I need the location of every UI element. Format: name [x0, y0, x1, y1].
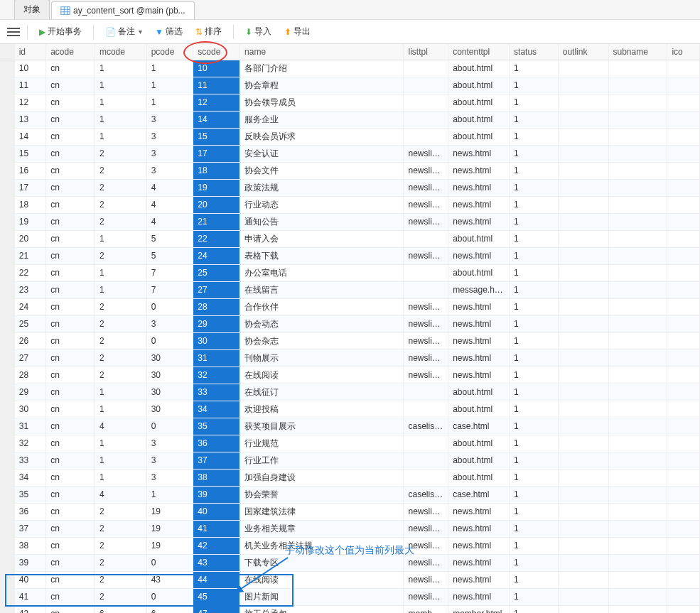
cell-mcode[interactable]: 2: [95, 247, 146, 264]
cell-outlink[interactable]: [558, 401, 608, 418]
cell-name[interactable]: 政策法规: [240, 179, 404, 196]
sort-button[interactable]: ⇅ 排序: [191, 23, 226, 40]
cell-mcode[interactable]: 1: [95, 111, 146, 128]
cell-outlink[interactable]: [558, 332, 608, 349]
table-row[interactable]: 33cn1337行业工作about.html1: [0, 452, 700, 469]
cell-scode[interactable]: 40: [193, 503, 240, 520]
cell-ico[interactable]: [667, 264, 700, 281]
cell-scode[interactable]: 38: [193, 469, 240, 486]
cell-name[interactable]: 加强自身建设: [240, 469, 404, 486]
cell-mcode[interactable]: 2: [95, 349, 146, 367]
cell-subname[interactable]: [608, 298, 667, 315]
cell-status[interactable]: 1: [510, 349, 559, 367]
cell-listtpl[interactable]: [404, 128, 448, 145]
col-header-id[interactable]: id: [14, 44, 45, 60]
cell-id[interactable]: 37: [14, 520, 45, 537]
cell-ico[interactable]: [667, 469, 700, 486]
cell-scode[interactable]: 17: [193, 145, 240, 162]
cell-outlink[interactable]: [558, 264, 608, 281]
cell-scode[interactable]: 33: [193, 384, 240, 401]
table-row[interactable]: 11cn1111协会章程about.html1: [0, 77, 700, 94]
cell-id[interactable]: 22: [14, 264, 45, 281]
cell-name[interactable]: 业务相关规章: [240, 520, 404, 537]
cell-pcode[interactable]: 1: [146, 486, 193, 503]
cell-listtpl[interactable]: caselist.htr: [404, 418, 448, 435]
cell-pcode[interactable]: 0: [146, 418, 193, 435]
cell-scode[interactable]: 42: [193, 537, 240, 554]
cell-acode[interactable]: cn: [46, 486, 95, 503]
cell-acode[interactable]: cn: [46, 111, 95, 128]
cell-scode[interactable]: 10: [193, 60, 240, 77]
cell-pcode[interactable]: 0: [146, 298, 193, 315]
cell-contenttpl[interactable]: news.html: [448, 349, 510, 367]
cell-ico[interactable]: [667, 349, 700, 367]
cell-ico[interactable]: [667, 128, 700, 145]
cell-name[interactable]: 刊物展示: [240, 349, 404, 367]
cell-acode[interactable]: cn: [46, 60, 95, 77]
cell-listtpl[interactable]: [404, 401, 448, 418]
cell-outlink[interactable]: [558, 537, 608, 554]
cell-outlink[interactable]: [558, 281, 608, 298]
cell-contenttpl[interactable]: news.html: [448, 503, 510, 520]
cell-contenttpl[interactable]: news.html: [448, 537, 510, 554]
cell-pcode[interactable]: 1: [146, 94, 193, 111]
cell-subname[interactable]: [608, 94, 667, 111]
cell-name[interactable]: 在线留言: [240, 281, 404, 298]
cell-status[interactable]: 1: [510, 179, 559, 196]
table-row[interactable]: 39cn2043下载专区newslist.htnews.html1: [0, 554, 700, 571]
cell-name[interactable]: 办公室电话: [240, 264, 404, 281]
memo-button[interactable]: 📄 备注 ▾: [101, 23, 146, 40]
table-row[interactable]: 22cn1725办公室电话about.html1: [0, 264, 700, 281]
cell-status[interactable]: 1: [510, 281, 559, 298]
cell-listtpl[interactable]: [404, 77, 448, 94]
cell-listtpl[interactable]: newslist.ht: [404, 588, 448, 605]
cell-listtpl[interactable]: newslist.ht: [404, 503, 448, 520]
cell-ico[interactable]: [667, 367, 700, 384]
cell-listtpl[interactable]: [404, 281, 448, 298]
cell-listtpl[interactable]: newslist.ht: [404, 196, 448, 213]
cell-pcode[interactable]: 0: [146, 332, 193, 349]
cell-mcode[interactable]: 2: [95, 145, 146, 162]
cell-status[interactable]: 1: [510, 520, 559, 537]
table-row[interactable]: 43cn6647施工总承包memberlismember.html1: [0, 605, 700, 613]
cell-contenttpl[interactable]: news.html: [448, 145, 510, 162]
cell-outlink[interactable]: [558, 128, 608, 145]
cell-mcode[interactable]: 1: [95, 230, 146, 247]
cell-pcode[interactable]: 4: [146, 213, 193, 230]
cell-subname[interactable]: [608, 179, 667, 196]
cell-name[interactable]: 行业规范: [240, 435, 404, 452]
cell-id[interactable]: 19: [14, 213, 45, 230]
cell-pcode[interactable]: 30: [146, 401, 193, 418]
cell-scode[interactable]: 29: [193, 315, 240, 332]
cell-scode[interactable]: 14: [193, 111, 240, 128]
cell-subname[interactable]: [608, 503, 667, 520]
col-header-listtpl[interactable]: listtpl: [404, 44, 448, 60]
cell-mcode[interactable]: 2: [95, 537, 146, 554]
cell-id[interactable]: 27: [14, 349, 45, 367]
table-row[interactable]: 14cn1315反映会员诉求about.html1: [0, 128, 700, 145]
cell-ico[interactable]: [667, 486, 700, 503]
cell-ico[interactable]: [667, 247, 700, 264]
cell-status[interactable]: 1: [510, 60, 559, 77]
cell-outlink[interactable]: [558, 60, 608, 77]
cell-subname[interactable]: [608, 315, 667, 332]
cell-listtpl[interactable]: caselist.htr: [404, 486, 448, 503]
cell-id[interactable]: 17: [14, 179, 45, 196]
col-header-name[interactable]: name: [240, 44, 404, 60]
cell-contenttpl[interactable]: news.html: [448, 332, 510, 349]
cell-subname[interactable]: [608, 418, 667, 435]
cell-subname[interactable]: [608, 435, 667, 452]
cell-subname[interactable]: [608, 486, 667, 503]
cell-status[interactable]: 1: [510, 94, 559, 111]
cell-subname[interactable]: [608, 196, 667, 213]
col-header-contenttpl[interactable]: contenttpl: [448, 44, 510, 60]
cell-outlink[interactable]: [558, 247, 608, 264]
cell-status[interactable]: 1: [510, 213, 559, 230]
cell-contenttpl[interactable]: news.html: [448, 367, 510, 384]
cell-subname[interactable]: [608, 605, 667, 613]
table-row[interactable]: 35cn4139协会荣誉caselist.htrcase.html1: [0, 486, 700, 503]
cell-contenttpl[interactable]: about.html: [448, 452, 510, 469]
cell-pcode[interactable]: 6: [146, 605, 193, 613]
cell-scode[interactable]: 27: [193, 281, 240, 298]
cell-listtpl[interactable]: [404, 111, 448, 128]
